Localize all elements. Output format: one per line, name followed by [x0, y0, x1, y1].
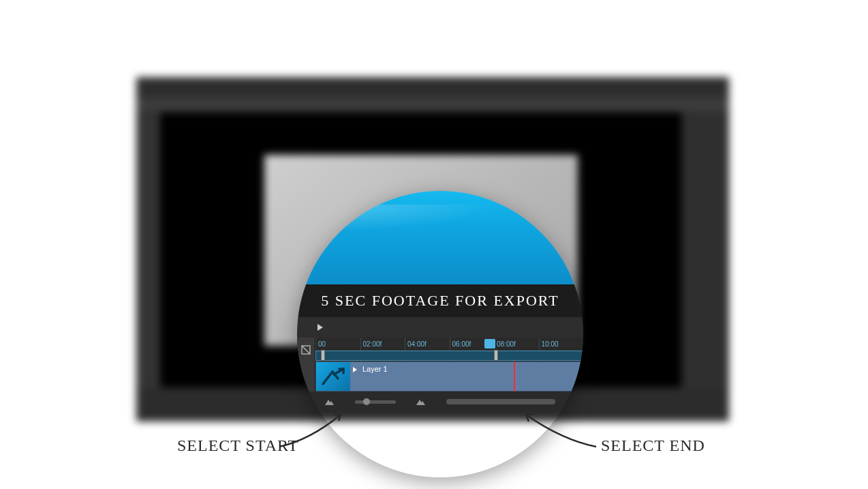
- timeline-zoom-bar: [297, 391, 583, 412]
- select-end-label: SELECT END: [601, 436, 705, 455]
- playhead-indicator[interactable]: [484, 339, 495, 349]
- work-area-bar[interactable]: [315, 351, 583, 361]
- layer-name: Layer 1: [358, 362, 392, 376]
- timeline-track: Layer 1: [297, 361, 583, 391]
- expand-triangle-icon[interactable]: [353, 367, 357, 372]
- svg-line-1: [302, 346, 310, 354]
- work-area-end-handle[interactable]: [494, 350, 498, 361]
- magnified-timeline-lens: 5 SEC FOOTAGE FOR EXPORT 00 02:00f 04:00…: [297, 191, 583, 477]
- layer-clip[interactable]: Layer 1: [315, 361, 583, 391]
- timeline-ruler[interactable]: 00 02:00f 04:00f 06:00f 08:00f 10:00: [297, 338, 583, 361]
- zoom-in-icon[interactable]: [416, 398, 426, 405]
- timeline-controls: [297, 317, 583, 338]
- work-area-start-handle[interactable]: [321, 350, 325, 361]
- current-time-indicator[interactable]: [514, 361, 515, 391]
- annotation-banner: 5 SEC FOOTAGE FOR EXPORT: [297, 284, 583, 317]
- zoom-out-icon[interactable]: [325, 398, 335, 405]
- zoom-slider[interactable]: [355, 400, 396, 404]
- timeline-settings-icon[interactable]: [297, 338, 315, 361]
- timeline-scrollbar[interactable]: [446, 399, 555, 404]
- clip-thumbnail: [316, 362, 350, 391]
- play-icon[interactable]: [317, 324, 323, 331]
- select-start-label: SELECT START: [177, 436, 298, 455]
